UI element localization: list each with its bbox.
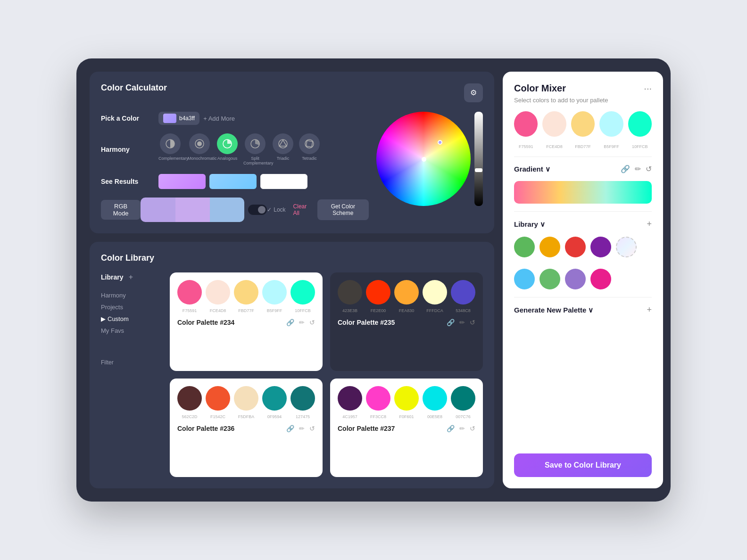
mixer-hex-3: FBD77F — [571, 144, 595, 149]
gradient-title[interactable]: Gradient ∨ — [514, 165, 550, 173]
harmony-split[interactable]: Split Complementary — [243, 133, 267, 165]
color-wheel[interactable] — [376, 112, 471, 206]
palette-refresh-237[interactable]: ↺ — [470, 425, 475, 432]
color-hex-value: b4a3ff — [179, 115, 195, 122]
mixer-hex-1: F75591 — [514, 144, 538, 149]
gradient-bar — [514, 181, 652, 204]
palette-dot-235-3 — [394, 280, 419, 305]
mixer-dot-5[interactable] — [628, 111, 652, 137]
mixer-hex-4: B5F9FF — [599, 144, 623, 149]
lib-dot-dashed[interactable] — [616, 237, 637, 257]
divider-1 — [514, 156, 652, 157]
harmony-complementary[interactable]: Complementary — [158, 133, 182, 165]
lib-dot-blue[interactable] — [514, 269, 535, 289]
harmony-analogous[interactable]: Analogous — [217, 133, 238, 165]
library-add-icon[interactable]: + — [647, 219, 652, 229]
palette-hex-235: 423E3B FE2E00 FEA830 FFFDCA 5348C8 — [338, 308, 475, 313]
mixer-dot-2[interactable] — [542, 111, 566, 137]
add-more-button[interactable]: + Add More — [203, 115, 235, 122]
lib-dot-purple[interactable] — [590, 237, 611, 257]
filter-label[interactable]: Filter — [101, 355, 162, 366]
palette-hex-236: 562C2D F1542C F5DFBA 0F9594 127475 — [177, 414, 315, 419]
palette-card-235: 423E3B FE2E00 FEA830 FFFDCA 5348C8 Color… — [330, 272, 483, 371]
harmony-tetradic[interactable]: Tetradic — [299, 133, 320, 165]
palette-link-235[interactable]: 🔗 — [447, 319, 455, 326]
mixer-hex-5: 10FFCB — [628, 144, 652, 149]
toggle-switch[interactable] — [248, 205, 267, 215]
palette-refresh-234[interactable]: ↺ — [309, 319, 315, 326]
library-add-button[interactable]: + — [126, 272, 135, 282]
harmony-triadic[interactable]: Triadic — [273, 133, 293, 165]
lib-dot-violet[interactable] — [565, 269, 586, 289]
mixer-dot-3[interactable] — [571, 111, 595, 137]
library-circles-row-2 — [514, 269, 652, 289]
gradient-section-header: Gradient ∨ 🔗 ✏ ↺ — [514, 165, 652, 173]
sidebar-item-harmony[interactable]: Harmony — [101, 289, 162, 301]
save-btn-container: Save to Color Library — [514, 446, 652, 477]
palette-link-236[interactable]: 🔗 — [286, 425, 294, 432]
analogous-circle — [217, 133, 238, 154]
palette-card-237: 4C1957 FF3CC8 F0F601 00E5E8 007C76 Color… — [330, 379, 483, 477]
results-swatches — [158, 174, 307, 189]
complementary-label: Complementary — [158, 156, 182, 161]
palette-dot-237-5 — [451, 386, 475, 411]
palette-dot-235-4 — [423, 280, 447, 305]
palette-link-237[interactable]: 🔗 — [447, 425, 455, 432]
sidebar-item-projects[interactable]: Projects — [101, 301, 162, 313]
lib-dot-pink[interactable] — [590, 269, 611, 289]
palette-edit-234[interactable]: ✏ — [299, 319, 305, 326]
palette-dot-236-5 — [290, 386, 315, 411]
get-color-scheme-button[interactable]: Get Color Scheme — [317, 199, 369, 220]
library-sidebar: Library + Harmony Projects ▶ Custom My F… — [101, 272, 162, 477]
right-panel: Color Mixer ··· Select colors to add to … — [503, 72, 663, 488]
lib-dot-red[interactable] — [565, 237, 586, 257]
palette-colors-235 — [338, 280, 475, 305]
mixer-dot-4[interactable] — [599, 111, 623, 137]
color-swatch-input[interactable]: b4a3ff — [158, 112, 199, 125]
brightness-handle — [475, 168, 482, 172]
harmony-label: Harmony — [101, 146, 153, 153]
settings-icon[interactable]: ⚙ — [464, 83, 483, 102]
library-section-title[interactable]: Library ∨ — [514, 220, 545, 229]
check-icon: ✓ — [267, 206, 272, 213]
mixer-menu-button[interactable]: ··· — [644, 83, 652, 94]
lib-dot-green2[interactable] — [540, 269, 560, 289]
mixer-dot-1[interactable] — [514, 111, 538, 137]
svg-point-2 — [197, 141, 202, 146]
divider-3 — [514, 297, 652, 297]
gradient-edit-icon[interactable]: ✏ — [635, 165, 641, 173]
palette-preview — [141, 198, 244, 222]
palette-name-235: Color Palette #235 — [338, 319, 395, 326]
gradient-link-icon[interactable]: 🔗 — [621, 165, 630, 173]
svg-rect-8 — [306, 140, 313, 147]
wheel-dot-1 — [422, 157, 426, 162]
sidebar-item-myfavs[interactable]: My Favs — [101, 325, 162, 337]
divider-2 — [514, 211, 652, 212]
palette-refresh-236[interactable]: ↺ — [309, 425, 315, 432]
palette-dot-234-4 — [262, 280, 287, 305]
palette-refresh-235[interactable]: ↺ — [470, 319, 475, 326]
generate-add-icon[interactable]: + — [647, 305, 652, 315]
clear-all-button[interactable]: Clear All — [293, 203, 310, 216]
palette-edit-235[interactable]: ✏ — [459, 319, 465, 326]
rgb-mode-button[interactable]: RGB Mode — [101, 200, 141, 220]
lib-dot-green[interactable] — [514, 237, 535, 257]
triadic-circle — [273, 133, 293, 154]
palette-card-236: 562C2D F1542C F5DFBA 0F9594 127475 Color… — [170, 379, 323, 477]
palette-edit-237[interactable]: ✏ — [459, 425, 465, 432]
palette-footer-237: Color Palette #237 🔗 ✏ ↺ — [338, 425, 475, 432]
generate-title[interactable]: Generate New Palette ∨ — [514, 306, 593, 314]
save-to-library-button[interactable]: Save to Color Library — [514, 453, 652, 477]
lib-dot-orange[interactable] — [540, 237, 560, 257]
brightness-slider[interactable] — [474, 112, 483, 206]
sidebar-item-custom[interactable]: ▶ Custom — [101, 313, 162, 325]
svg-marker-6 — [279, 140, 287, 146]
gradient-refresh-icon[interactable]: ↺ — [646, 165, 652, 173]
palette-edit-236[interactable]: ✏ — [299, 425, 305, 432]
lock-button[interactable]: ✓ Lock — [267, 206, 285, 213]
palette-dot-235-5 — [451, 280, 475, 305]
palette-link-234[interactable]: 🔗 — [286, 319, 294, 326]
harmony-monochromatic[interactable]: Monochromatic — [188, 133, 211, 165]
mixer-colors-row — [514, 111, 652, 137]
pick-color-label: Pick a Color — [101, 115, 153, 122]
